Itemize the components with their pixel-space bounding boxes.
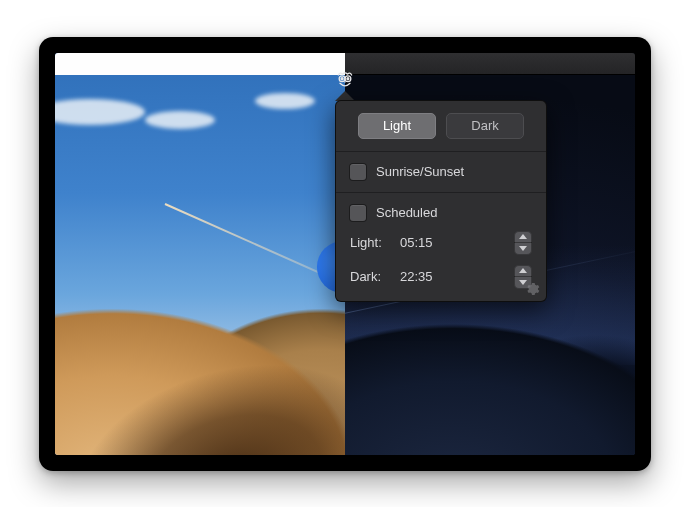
desktop-light-half: [55, 53, 345, 455]
stepper-down-icon[interactable]: [514, 243, 532, 255]
gear-icon[interactable]: [524, 281, 540, 297]
svg-point-3: [347, 77, 349, 79]
menubar-light: [55, 53, 345, 75]
sunrise-sunset-label: Sunrise/Sunset: [376, 164, 464, 179]
scheduled-label: Scheduled: [376, 205, 437, 220]
appearance-segmented-control: Light Dark: [350, 113, 532, 139]
popover: Light Dark Sunrise/Sunset Scheduled Ligh…: [335, 100, 547, 302]
dark-time-label: Dark:: [350, 269, 392, 284]
appearance-segment-section: Light Dark: [336, 101, 546, 152]
dark-time-value[interactable]: 22:35: [400, 269, 448, 284]
owl-menubar-icon[interactable]: [334, 69, 356, 91]
menubar-dark: [345, 53, 635, 75]
light-time-value[interactable]: 05:15: [400, 235, 448, 250]
light-time-stepper[interactable]: [514, 231, 532, 255]
segment-dark-button[interactable]: Dark: [446, 113, 524, 139]
device-frame: Light Dark Sunrise/Sunset Scheduled Ligh…: [39, 37, 651, 471]
dark-time-row: Dark: 22:35: [350, 265, 532, 289]
screen: Light Dark Sunrise/Sunset Scheduled Ligh…: [55, 53, 635, 455]
stepper-up-icon[interactable]: [514, 265, 532, 278]
segment-light-button[interactable]: Light: [358, 113, 436, 139]
scheduled-section: Scheduled Light: 05:15 Dark: 22:35: [336, 193, 546, 301]
stepper-up-icon[interactable]: [514, 231, 532, 244]
light-time-label: Light:: [350, 235, 392, 250]
scheduled-checkbox[interactable]: [350, 205, 366, 221]
sunrise-sunset-checkbox[interactable]: [350, 164, 366, 180]
svg-point-2: [341, 77, 343, 79]
light-time-row: Light: 05:15: [350, 231, 532, 255]
sunrise-sunset-section: Sunrise/Sunset: [336, 152, 546, 193]
